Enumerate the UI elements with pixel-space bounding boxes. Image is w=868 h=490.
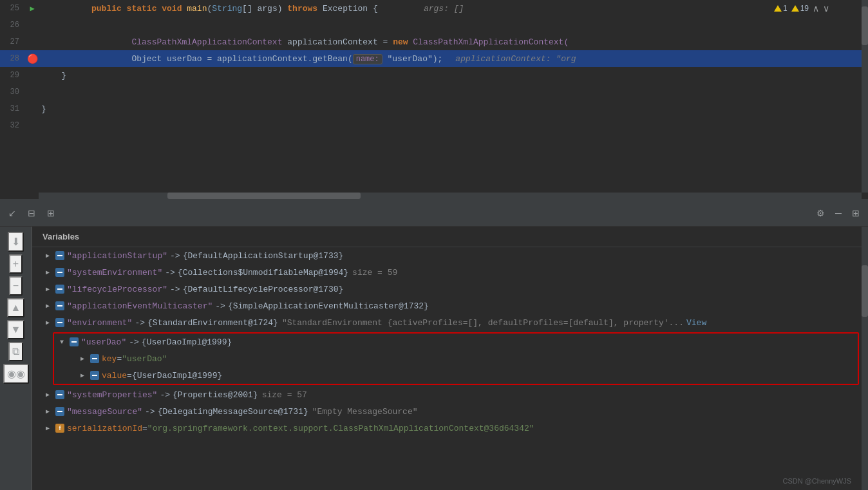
up-btn[interactable]: ▲ — [7, 298, 25, 317]
step-out-btn[interactable]: ↙ — [5, 206, 19, 220]
var-lifecycleProcessor[interactable]: ▶ "lifecycleProcessor" -> {DefaultLifecy… — [32, 281, 862, 297]
v-scrollbar-code[interactable] — [862, 0, 868, 193]
expand-lifecycleProcessor[interactable]: ▶ — [42, 284, 53, 294]
expand-value[interactable]: ▶ — [77, 370, 88, 381]
field-icon-environment — [55, 318, 64, 327]
v-scrollbar-thumb[interactable] — [862, 6, 868, 45]
warn-triangle-1 — [774, 5, 782, 12]
warn-count-2: 19 — [800, 4, 809, 13]
var-arrow-userDao: -> — [129, 337, 139, 347]
var-value-row[interactable]: ▶ value = {UserDaoImpl@1999} — [54, 367, 858, 384]
breakpoint-icon[interactable]: 🔴 — [27, 53, 38, 64]
field-icon-key — [90, 354, 99, 363]
var-value-value: {UserDaoImpl@1999} — [132, 371, 222, 381]
var-value-lifecycleProcessor: {DefaultLifecycleProcessor@1730} — [183, 285, 344, 294]
add-btn[interactable]: + — [9, 254, 23, 274]
h-scrollbar-thumb[interactable] — [167, 193, 361, 199]
nav-up-arrow[interactable]: ∧ — [813, 3, 819, 14]
panel-title: Variables — [37, 232, 84, 241]
expand-systemEnvironment[interactable]: ▶ — [42, 267, 53, 278]
var-name-appEventMulticaster: "applicationEventMulticaster" — [67, 301, 212, 311]
var-name-userDao: "userDao" — [81, 337, 126, 347]
expand-environment[interactable]: ▶ — [42, 317, 53, 328]
field-icon-userDao — [70, 337, 79, 346]
minus-btn[interactable]: − — [9, 276, 23, 296]
line-content-31: } — [39, 104, 868, 114]
field-icon-messageSource — [55, 407, 64, 416]
warn-triangle-2 — [791, 5, 799, 12]
left-sidebar: ⬇ + − ▲ ▼ ⧉ ◉◉ — [0, 227, 32, 490]
expand-key[interactable]: ▶ — [77, 353, 88, 364]
code-editor: 25 ▶ public static void main(String[] ar… — [0, 0, 868, 200]
code-line-29: 29 } — [0, 67, 868, 84]
var-environment[interactable]: ▶ "environment" -> {StandardEnvironment@… — [32, 314, 862, 331]
line-content-29: } — [39, 71, 868, 80]
var-arrow-environment: -> — [135, 318, 145, 328]
line-number-27: 27 — [0, 37, 26, 46]
line-number-30: 30 — [0, 88, 26, 97]
var-value-messageSource: {DelegatingMessageSource@1731} — [158, 407, 308, 417]
variables-header: Variables — [32, 227, 862, 247]
restore-btn[interactable]: ⊟ — [24, 206, 39, 220]
var-eq-key: = — [117, 354, 122, 364]
var-systemProperties[interactable]: ▶ "systemProperties" -> {Properties@2001… — [32, 386, 862, 403]
var-value-applicationStartup: {DefaultApplicationStartup@1733} — [183, 251, 344, 261]
expand-userDao[interactable]: ▼ — [57, 337, 67, 347]
field-icon-value — [90, 371, 99, 380]
var-name-lifecycleProcessor: "lifecycleProcessor" — [67, 285, 167, 294]
down-btn[interactable]: ▼ — [7, 320, 25, 339]
line-number-32: 32 — [0, 121, 26, 130]
expand-systemProperties[interactable]: ▶ — [42, 390, 53, 400]
expand-messageSource[interactable]: ▶ — [42, 406, 53, 417]
v-scrollbar-vars[interactable] — [862, 227, 868, 490]
kw-public: public static void — [91, 4, 187, 14]
copy-btn[interactable]: ⧉ — [8, 342, 23, 361]
toolbar-right: ⚙ ─ ⊞ — [813, 206, 863, 220]
line-number-26: 26 — [0, 21, 26, 30]
var-value-systemEnvironment: {Collections$UnmodifiableMap@1994} — [178, 268, 348, 278]
nav-down-arrow[interactable]: ∨ — [823, 3, 829, 14]
h-scrollbar-code[interactable] — [39, 193, 862, 199]
arrow-down-btn[interactable]: ⬇ — [8, 232, 24, 252]
var-arrow-appEventMulticaster: -> — [215, 301, 225, 311]
var-extra-messageSource: "Empty MessageSource" — [312, 407, 418, 417]
view-link-environment[interactable]: View — [686, 318, 706, 328]
red-box-container: ▼ "userDao" -> {UserDaoImpl@1999} ▶ key … — [53, 332, 859, 385]
debug-toolbar: ↙ ⊟ ⊞ ⚙ ─ ⊞ — [0, 200, 868, 227]
var-value-systemProperties: {Properties@2001} — [173, 390, 258, 400]
v-scrollbar-vars-thumb[interactable] — [862, 265, 868, 317]
line-gutter-25[interactable]: ▶ — [26, 4, 39, 14]
var-serializationId[interactable]: ▶ f serializationId = "org.springframewo… — [32, 420, 862, 437]
var-extra-systemEnvironment: size = 59 — [352, 268, 397, 278]
var-name-value: value — [102, 371, 127, 381]
field-icon-applicationStartup — [55, 251, 64, 260]
variables-panel-container: Variables ▶ "applicationStartup" -> {Def… — [32, 227, 862, 490]
list-view-btn[interactable]: ⊞ — [44, 206, 58, 220]
line-number-31: 31 — [0, 104, 26, 113]
warning-area: 1 19 ∧ ∨ — [774, 0, 829, 17]
method-main: main — [187, 4, 207, 14]
var-messageSource[interactable]: ▶ "messageSource" -> {DelegatingMessageS… — [32, 403, 862, 420]
var-extra-systemProperties: size = 57 — [262, 390, 307, 400]
expand-serializationId[interactable]: ▶ — [42, 423, 53, 433]
field-icon-serializationId: f — [55, 424, 64, 433]
var-systemEnvironment[interactable]: ▶ "systemEnvironment" -> {Collections$Un… — [32, 264, 862, 281]
var-userDao[interactable]: ▼ "userDao" -> {UserDaoImpl@1999} — [54, 334, 858, 350]
var-name-applicationStartup: "applicationStartup" — [67, 251, 167, 261]
preview-btn[interactable]: ◉◉ — [3, 364, 29, 384]
code-line-32: 32 — [0, 117, 868, 134]
run-icon[interactable]: ▶ — [30, 4, 34, 14]
expand-applicationStartup[interactable]: ▶ — [42, 250, 53, 261]
minimize-btn[interactable]: ─ — [832, 206, 845, 220]
var-eq-value: = — [127, 371, 132, 381]
var-applicationEventMulticaster[interactable]: ▶ "applicationEventMulticaster" -> {Simp… — [32, 297, 862, 314]
expand-appEventMulticaster[interactable]: ▶ — [42, 301, 53, 311]
variables-list: ▶ "applicationStartup" -> {DefaultApplic… — [32, 247, 862, 490]
var-key[interactable]: ▶ key = "userDao" — [54, 350, 858, 367]
line-gutter-28[interactable]: 🔴 — [26, 53, 39, 64]
settings-btn[interactable]: ⚙ — [813, 206, 828, 220]
var-value-appEventMulticaster: {SimpleApplicationEventMulticaster@1732} — [228, 301, 429, 311]
code-line-28: 28 🔴 Object userDao = applicationContext… — [0, 50, 868, 67]
layout-btn[interactable]: ⊞ — [849, 206, 863, 220]
var-applicationStartup[interactable]: ▶ "applicationStartup" -> {DefaultApplic… — [32, 247, 862, 264]
